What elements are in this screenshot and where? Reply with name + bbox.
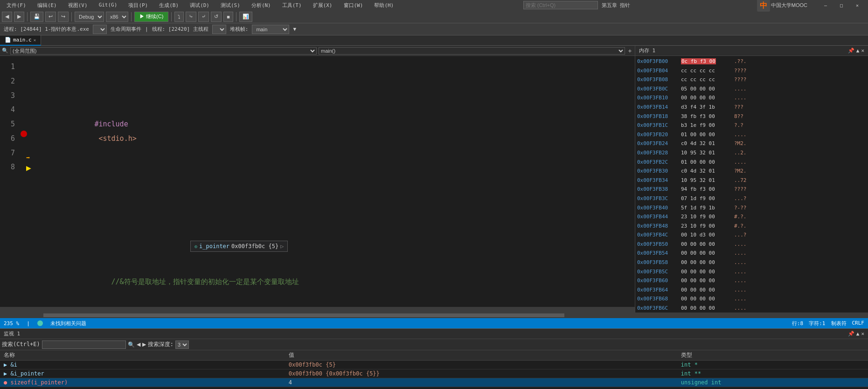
menu-extend[interactable]: 扩展(X) [310, 1, 335, 10]
restart-button[interactable]: ↺ [211, 12, 222, 22]
add-editor-button[interactable]: ＋ [627, 47, 633, 55]
watch-row-0[interactable]: ▶ &i 0x00f3fb0c {5} int * [0, 361, 868, 369]
menu-file[interactable]: 文件(F) [4, 1, 29, 10]
memory-pin-button[interactable]: 📌 [848, 48, 854, 54]
tooltip-bullet: ⊙ [194, 244, 197, 249]
include-path: <stdio.h> [94, 134, 136, 143]
line-num-5: 5 [0, 117, 15, 132]
watch-close-button[interactable]: ✕ [861, 331, 864, 337]
mem-bytes-27: 00 00 00 00 [681, 304, 732, 313]
mem-ascii-14: ???? [734, 185, 747, 194]
horiz-scrollbar[interactable] [0, 307, 635, 313]
watch-expand-button[interactable]: ▲ [856, 331, 860, 337]
minimize-button[interactable]: — [819, 0, 833, 10]
menu-tools[interactable]: 工具(T) [279, 1, 305, 10]
mem-ascii-16: ?-?? [734, 204, 747, 212]
watch-search-input[interactable] [42, 340, 126, 349]
mem-ascii-25: .... [734, 286, 747, 294]
redo-button[interactable]: ↪ [58, 12, 69, 22]
memory-expand-button[interactable]: ▲ [856, 48, 860, 54]
mem-bytes-18: 23 10 f9 00 [681, 222, 732, 230]
mem-addr-25: 0x00F3FB64 [637, 286, 679, 294]
watch-val-2: 4 [289, 379, 292, 386]
tab-close-button[interactable]: ✕ [34, 38, 36, 42]
menu-help[interactable]: 帮助(H) [371, 1, 396, 10]
memory-content[interactable]: 0x00F3FB00 0c fb f3 00 .??. 0x00F3FB04 c… [635, 56, 868, 313]
back-button[interactable]: ◀ [2, 12, 12, 22]
stop-button[interactable]: ■ [223, 12, 233, 22]
watch-type-1: int ** [681, 370, 701, 377]
menu-analyze[interactable]: 分析(N) [249, 1, 274, 10]
arch-dropdown[interactable]: x86 [106, 12, 128, 22]
watch-row-2[interactable]: ● sizeof(i_pointer) 4 unsigned int [0, 378, 868, 387]
menu-window[interactable]: 窗口(W) [341, 1, 366, 10]
status-issues: 未找到相关问题 [50, 320, 86, 327]
status-row: 行:8 [792, 320, 803, 327]
tooltip-expand[interactable]: ▷ [280, 243, 284, 250]
step-into-button[interactable]: ⤷ [186, 12, 196, 22]
step-out-button[interactable]: ⤶ [198, 12, 209, 22]
memory-close-button[interactable]: ✕ [861, 48, 864, 54]
mem-row-1: 0x00F3FB04 cc cc cc cc ???? [636, 66, 867, 76]
mem-addr-5: 0x00F3FB14 [637, 103, 679, 111]
watch-pin-button[interactable]: 📌 [848, 331, 854, 337]
mem-row-6: 0x00F3FB18 38 fb f3 00 8?? [636, 112, 867, 121]
breakpoint-line7 [21, 131, 27, 137]
mem-row-2: 0x00F3FB08 cc cc cc cc ???? [636, 75, 867, 84]
menu-edit[interactable]: 编辑(E) [35, 1, 60, 10]
process-dropdown[interactable] [93, 25, 107, 34]
menu-test[interactable]: 测试(S) [218, 1, 243, 10]
search-icon[interactable]: 🔍 [128, 341, 135, 348]
config-dropdown[interactable]: Debug [75, 12, 104, 22]
function-dropdown[interactable]: main() [319, 47, 625, 55]
code-scroll[interactable]: 1 2 3 4 5 6 7 8 [0, 56, 635, 307]
mem-bytes-3: 05 00 00 00 [681, 85, 732, 93]
tab-main-c[interactable]: 📄 main.c ✕ [0, 35, 41, 46]
mem-row-3: 0x00F3FB0C 05 00 00 00 .... [636, 84, 867, 94]
filter-icon[interactable]: ▼ [293, 26, 296, 32]
mem-addr-26: 0x00F3FB68 [637, 295, 679, 303]
menu-git[interactable]: Git(G) [96, 1, 120, 10]
scope-dropdown[interactable]: (全局范围) [10, 47, 317, 55]
forward-button[interactable]: ▶ [14, 12, 24, 22]
close-button[interactable]: ✕ [850, 0, 864, 10]
mem-row-26: 0x00F3FB68 00 00 00 00 .... [636, 294, 867, 304]
mem-addr-11: 0x00F3FB2C [637, 158, 679, 167]
watch-add-row[interactable]: 添加要监视的项 [0, 387, 868, 389]
maximize-button[interactable]: □ [834, 0, 848, 10]
watch-type-0: int * [681, 361, 698, 368]
mem-row-8: 0x00F3FB20 01 00 00 00 .... [636, 130, 867, 139]
mem-bytes-12: c0 4d 32 01 [681, 167, 732, 175]
code-lines[interactable]: #include <stdio.h> //&符号是取地址，指针变量的初始化一定是… [32, 56, 635, 307]
step-over-button[interactable]: ⤵ [174, 12, 184, 22]
bottom-scrollbar[interactable] [0, 313, 868, 318]
line-num-1: 1 [0, 60, 15, 74]
menu-project[interactable]: 项目(P) [125, 1, 151, 10]
scrollbar-thumb[interactable] [43, 313, 564, 317]
save-button[interactable]: 💾 [30, 12, 43, 22]
mem-ascii-5: ??? [734, 103, 743, 111]
watch-row-1[interactable]: ▶ &i_pointer 0x00f3fb00 {0x00f3fb0c {5}}… [0, 369, 868, 378]
search-input[interactable] [523, 1, 598, 9]
editor-and-panels: 🔍 (全局范围) main() ＋ 1 2 3 4 [0, 46, 868, 313]
window-controls: 中 中国大学MOOC — □ ✕ [757, 0, 864, 12]
thread-dropdown[interactable] [212, 25, 226, 34]
watch-back-button[interactable]: ◀ [137, 341, 140, 347]
depth-dropdown[interactable]: 3 [175, 340, 189, 349]
undo-button[interactable]: ↩ [45, 12, 56, 22]
mem-row-16: 0x00F3FB40 5f 1d f9 1b ?-?? [636, 203, 867, 213]
mem-addr-3: 0x00F3FB0C [637, 85, 679, 93]
line-num-6: 6 [0, 132, 15, 146]
watch-forward-button[interactable]: ▶ [142, 341, 146, 347]
continue-button[interactable]: ▶ 继续(C) [134, 12, 168, 22]
memory-header: 内存 1 📌 ▲ ✕ [635, 46, 868, 56]
frame-dropdown[interactable]: main [252, 25, 289, 34]
menu-debug[interactable]: 调试(D) [187, 1, 212, 10]
menu-build[interactable]: 生成(B) [156, 1, 181, 10]
mem-ascii-23: .... [734, 268, 747, 276]
watch-table[interactable]: 名称 值 类型 ▶ &i 0x00f3fb0c {5} int * ▶ &i_p… [0, 350, 868, 389]
mem-addr-17: 0x00F3FB44 [637, 213, 679, 221]
perf-button[interactable]: 📊 [239, 12, 252, 22]
menu-view[interactable]: 视图(V) [65, 1, 90, 10]
menu-bar: 文件(F) 编辑(E) 视图(V) Git(G) 项目(P) 生成(B) 调试(… [4, 1, 396, 10]
